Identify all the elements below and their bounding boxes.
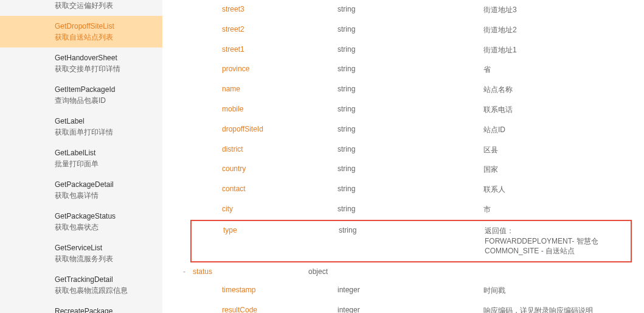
param-name: mobile (222, 105, 338, 113)
sidebar-item-GetHandoverSheet[interactable]: GetHandoverSheet获取交接单打印详情 (0, 47, 162, 79)
param-desc: 国家 (483, 164, 632, 175)
sidebar-item-api-desc: 获取物流服务列表 (55, 253, 150, 264)
param-desc: 街道地址3 (483, 5, 632, 15)
sidebar-item-api-name: GetPackageDetail (55, 179, 150, 190)
param-row-mobile: mobilestring联系电话 (190, 100, 632, 120)
param-table: street3string街道地址3street2string街道地址2stre… (162, 0, 632, 313)
sidebar-item-api-name: GetTrackingDetail (55, 274, 150, 285)
sidebar-item-api-desc: 获取交运偏好列表 (55, 0, 150, 11)
param-desc: 区县 (483, 145, 632, 155)
sidebar-item-api-name: GetItemPackageId (55, 84, 150, 95)
param-type: string (338, 5, 483, 13)
sidebar-item-GetItemPackageId[interactable]: GetItemPackageId查询物品包裹ID (0, 79, 162, 111)
param-desc: 市 (483, 205, 632, 215)
sidebar-item-GetPackageDetail[interactable]: GetPackageDetail获取包裹详情 (0, 174, 162, 206)
param-type: object (308, 267, 454, 276)
param-row-resultCode: resultCodeinteger响应编码，详见附录响应编码说明 (190, 301, 632, 313)
sidebar-item-api-desc: 查询物品包裹ID (55, 95, 150, 106)
param-desc: 返回值： FORWARDDEPLOYMENT- 智慧仓 COMMON_SITE … (485, 226, 631, 256)
param-desc: 街道地址2 (483, 25, 632, 35)
param-desc: 站点名称 (483, 85, 632, 95)
param-name: country (222, 164, 338, 173)
param-row-district: districtstring区县 (190, 140, 632, 160)
param-name: street3 (222, 5, 338, 13)
collapse-icon[interactable]: - (176, 267, 193, 276)
param-row-province: provincestring省 (190, 60, 632, 80)
sidebar-item-api-name: RecreatePackage (55, 306, 150, 313)
sidebar-item-GetTrackingDetail[interactable]: GetTrackingDetail获取包裹物流跟踪信息 (0, 269, 162, 301)
param-row-name: namestring站点名称 (190, 80, 632, 100)
param-name: contact (222, 185, 338, 193)
sidebar-item-api-name: GetHandoverSheet (55, 52, 150, 63)
main-content: street3string街道地址3street2string街道地址2stre… (162, 0, 644, 313)
sidebar-item-api-desc: 获取交接单打印详情 (55, 63, 150, 74)
sidebar-item-api-name: GetServiceList (55, 242, 150, 253)
param-row-status[interactable]: - status object (176, 262, 632, 281)
sidebar-item-api-name: GetLabel (55, 116, 150, 127)
param-type: string (338, 105, 483, 113)
param-type: string (338, 185, 483, 193)
sidebar-item-api-name: GetLabelList (55, 147, 150, 158)
param-name: dropoffSiteId (222, 125, 338, 133)
param-type: string (338, 45, 483, 54)
param-desc: 联系电话 (483, 105, 632, 115)
param-type: string (339, 226, 485, 234)
sidebar-item-api-desc: 获取包裹详情 (55, 190, 150, 201)
param-type: string (338, 125, 483, 133)
param-name: name (222, 85, 338, 93)
sidebar-item-GetLabelList[interactable]: GetLabelList批量打印面单 (0, 142, 162, 174)
param-row-street3: street3string街道地址3 (190, 0, 632, 20)
sidebar-list: 获取交运偏好列表GetDropoffSiteList获取自送站点列表GetHan… (0, 0, 162, 313)
sidebar-item-item-0[interactable]: 获取交运偏好列表 (0, 0, 162, 16)
status-children-group: timestampinteger时间戳resultCodeinteger响应编码… (162, 281, 632, 313)
param-type: integer (338, 286, 483, 294)
param-desc: 响应编码，详见附录响应编码说明 (483, 306, 632, 313)
param-desc: 联系人 (483, 185, 632, 195)
sidebar-item-api-desc: 批量打印面单 (55, 158, 150, 169)
param-row-city: citystring市 (190, 200, 632, 220)
param-row-contact: contactstring联系人 (190, 180, 632, 200)
nested-params-group: street3string街道地址3street2string街道地址2stre… (162, 0, 632, 262)
sidebar-item-api-desc: 获取包裹物流跟踪信息 (55, 285, 150, 296)
param-type: integer (338, 306, 483, 313)
param-name: street1 (222, 45, 338, 54)
param-name: status (193, 267, 308, 276)
param-name: province (222, 65, 338, 73)
sidebar-item-api-desc: 获取自送站点列表 (55, 32, 150, 43)
sidebar-item-api-name: GetPackageStatus (55, 211, 150, 222)
param-type: string (338, 164, 483, 173)
param-desc: 站点ID (483, 125, 632, 135)
sidebar-item-GetDropoffSiteList[interactable]: GetDropoffSiteList获取自送站点列表 (0, 16, 162, 47)
param-row-dropoffSiteId: dropoffSiteIdstring站点ID (190, 120, 632, 140)
param-row-timestamp: timestampinteger时间戳 (190, 281, 632, 301)
param-row-street2: street2string街道地址2 (190, 20, 632, 40)
param-type: string (338, 65, 483, 73)
param-row-country: countrystring国家 (190, 160, 632, 180)
param-type: string (338, 205, 483, 213)
param-name: timestamp (222, 286, 338, 294)
param-type: string (338, 25, 483, 33)
sidebar-item-GetServiceList[interactable]: GetServiceList获取物流服务列表 (0, 237, 162, 269)
param-name: district (222, 145, 338, 153)
param-row-type: typestring返回值： FORWARDDEPLOYMENT- 智慧仓 CO… (190, 220, 632, 262)
param-desc: 街道地址1 (483, 45, 632, 55)
param-desc: 时间戳 (483, 286, 632, 296)
sidebar-item-api-name: GetDropoffSiteList (55, 21, 150, 32)
param-name: resultCode (222, 306, 338, 313)
param-type: string (338, 85, 483, 93)
param-name: city (222, 205, 338, 213)
param-name: street2 (222, 25, 338, 33)
sidebar-item-GetPackageStatus[interactable]: GetPackageStatus获取包裹状态 (0, 206, 162, 237)
sidebar-item-GetLabel[interactable]: GetLabel获取面单打印详情 (0, 111, 162, 142)
sidebar: 获取交运偏好列表GetDropoffSiteList获取自送站点列表GetHan… (0, 0, 162, 313)
param-desc: 省 (483, 65, 632, 75)
param-row-street1: street1string街道地址1 (190, 40, 632, 60)
param-name: type (223, 226, 339, 234)
sidebar-item-api-desc: 获取面单打印详情 (55, 127, 150, 138)
param-type: string (338, 145, 483, 153)
sidebar-item-RecreatePackage[interactable]: RecreatePackage重新发货 (0, 301, 162, 313)
sidebar-item-api-desc: 获取包裹状态 (55, 222, 150, 233)
